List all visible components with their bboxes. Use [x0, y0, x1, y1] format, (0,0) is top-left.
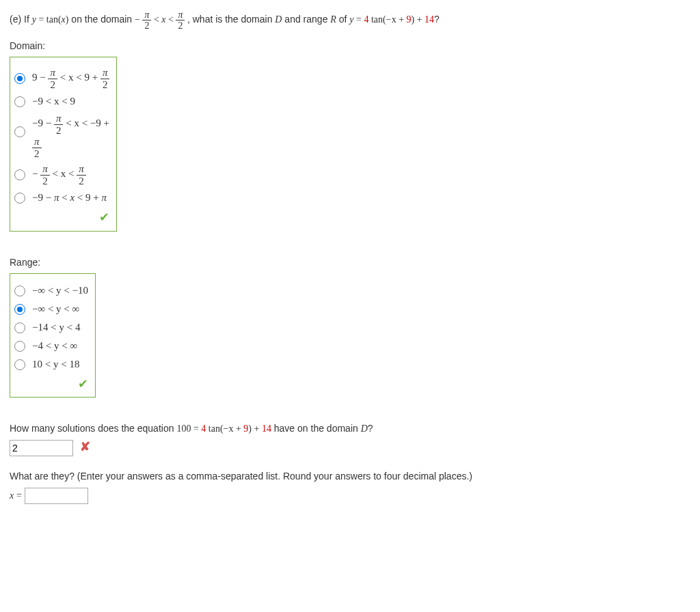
check-icon: ✔ — [14, 209, 109, 226]
range-choice-2[interactable]: −∞ < y < ∞ — [14, 302, 88, 316]
radio-icon — [14, 286, 25, 296]
cross-icon: ✘ — [80, 440, 90, 454]
radio-icon — [14, 193, 25, 204]
domain-choice-2[interactable]: −9 < x < 9 — [14, 94, 109, 109]
solutions-list-input[interactable] — [25, 488, 88, 504]
range-choice-4[interactable]: −4 < y < ∞ — [14, 339, 88, 353]
range-choice-3[interactable]: −14 < y < 4 — [14, 320, 88, 335]
solutions-count-input[interactable] — [10, 440, 73, 456]
radio-icon — [14, 304, 25, 315]
range-choice-box: −∞ < y < −10 −∞ < y < ∞ −14 < y < 4 −4 <… — [10, 273, 96, 398]
range-choice-5[interactable]: 10 < y < 18 — [14, 357, 88, 372]
question-text: (e) If y = tan(x) on the domain − π2 < x… — [10, 10, 690, 31]
domain-label: Domain: — [10, 40, 690, 53]
range-label: Range: — [10, 256, 690, 270]
x-equals-label: x — [10, 490, 14, 501]
radio-icon — [14, 322, 25, 333]
solutions-question: How many solutions does the equation 100… — [10, 422, 690, 436]
radio-icon — [14, 341, 25, 352]
check-icon: ✔ — [14, 376, 88, 393]
what-are-they-question: What are they? (Enter your answers as a … — [10, 470, 690, 484]
radio-icon — [14, 359, 25, 370]
radio-icon — [14, 169, 25, 180]
domain-choice-5[interactable]: −9 − π < x < 9 + π — [14, 191, 109, 205]
radio-icon — [14, 96, 25, 107]
range-choice-1[interactable]: −∞ < y < −10 — [14, 283, 88, 298]
domain-choice-3[interactable]: −9 − π2 < x < −9 + π2 — [14, 113, 109, 159]
domain-choice-4[interactable]: − π2 < x < π2 — [14, 163, 109, 186]
radio-icon — [14, 126, 25, 137]
radio-icon — [14, 73, 25, 84]
domain-choice-1[interactable]: 9 − π2 < x < 9 + π2 — [14, 67, 109, 90]
domain-choice-box: 9 − π2 < x < 9 + π2 −9 < x < 9 −9 − π2 <… — [10, 57, 117, 231]
